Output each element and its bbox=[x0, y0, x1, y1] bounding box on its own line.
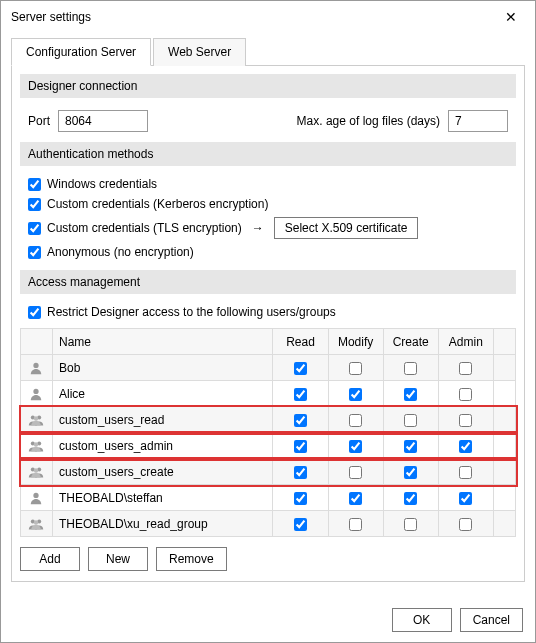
add-button[interactable]: Add bbox=[20, 547, 80, 571]
maxage-input[interactable] bbox=[448, 110, 508, 132]
row-admin-cell bbox=[438, 459, 493, 485]
svg-point-10 bbox=[34, 468, 38, 472]
row-admin-checkbox[interactable] bbox=[459, 518, 472, 531]
section-designer-connection: Designer connection bbox=[20, 74, 516, 98]
row-modify-checkbox[interactable] bbox=[349, 414, 362, 427]
row-create-cell bbox=[383, 381, 438, 407]
row-create-checkbox[interactable] bbox=[404, 414, 417, 427]
tabstrip: Configuration Server Web Server bbox=[11, 37, 525, 66]
row-admin-cell bbox=[438, 433, 493, 459]
row-name: THEOBALD\steffan bbox=[52, 485, 272, 511]
row-modify-cell bbox=[328, 511, 383, 537]
restrict-checkbox[interactable] bbox=[28, 306, 41, 319]
row-read-checkbox[interactable] bbox=[294, 440, 307, 453]
select-certificate-button[interactable]: Select X.509 certificate bbox=[274, 217, 419, 239]
table-row[interactable]: THEOBALD\steffan bbox=[21, 485, 516, 511]
row-create-cell bbox=[383, 459, 438, 485]
restrict-label: Restrict Designer access to the followin… bbox=[47, 305, 336, 319]
row-create-checkbox[interactable] bbox=[404, 440, 417, 453]
svg-point-0 bbox=[34, 362, 39, 367]
row-modify-cell bbox=[328, 433, 383, 459]
row-read-cell bbox=[273, 459, 328, 485]
row-name: custom_users_create bbox=[52, 459, 272, 485]
row-create-cell bbox=[383, 355, 438, 381]
row-create-cell bbox=[383, 407, 438, 433]
table-row[interactable]: custom_users_admin bbox=[21, 433, 516, 459]
svg-point-4 bbox=[34, 416, 38, 420]
access-table: Name Read Modify Create Admin BobAlicecu… bbox=[20, 328, 516, 537]
row-create-checkbox[interactable] bbox=[404, 362, 417, 375]
row-modify-checkbox[interactable] bbox=[349, 492, 362, 505]
table-row[interactable]: custom_users_create bbox=[21, 459, 516, 485]
col-stub bbox=[493, 329, 515, 355]
tab-web-server[interactable]: Web Server bbox=[153, 38, 246, 66]
auth-tls-label: Custom credentials (TLS encryption) bbox=[47, 221, 242, 235]
configuration-panel: Designer connection Port Max. age of log… bbox=[11, 66, 525, 582]
table-row[interactable]: Bob bbox=[21, 355, 516, 381]
auth-windows-checkbox[interactable] bbox=[28, 178, 41, 191]
remove-button[interactable]: Remove bbox=[156, 547, 227, 571]
table-row[interactable]: custom_users_read bbox=[21, 407, 516, 433]
row-name: custom_users_read bbox=[52, 407, 272, 433]
auth-anonymous-checkbox[interactable] bbox=[28, 246, 41, 259]
row-read-checkbox[interactable] bbox=[294, 492, 307, 505]
row-modify-cell bbox=[328, 381, 383, 407]
dialog-footer: OK Cancel bbox=[392, 608, 523, 632]
auth-kerberos-checkbox[interactable] bbox=[28, 198, 41, 211]
row-modify-cell bbox=[328, 485, 383, 511]
row-admin-checkbox[interactable] bbox=[459, 388, 472, 401]
table-row[interactable]: THEOBALD\xu_read_group bbox=[21, 511, 516, 537]
row-modify-checkbox[interactable] bbox=[349, 440, 362, 453]
col-icon bbox=[21, 329, 53, 355]
new-button[interactable]: New bbox=[88, 547, 148, 571]
row-create-checkbox[interactable] bbox=[404, 466, 417, 479]
row-read-checkbox[interactable] bbox=[294, 388, 307, 401]
row-modify-cell bbox=[328, 407, 383, 433]
col-modify: Modify bbox=[328, 329, 383, 355]
group-icon bbox=[21, 459, 53, 485]
designer-connection-fields: Port Max. age of log files (days) bbox=[20, 106, 516, 142]
auth-windows-row: Windows credentials bbox=[20, 174, 516, 194]
row-read-checkbox[interactable] bbox=[294, 362, 307, 375]
svg-point-11 bbox=[34, 492, 39, 497]
row-read-cell bbox=[273, 407, 328, 433]
auth-tls-checkbox[interactable] bbox=[28, 222, 41, 235]
row-modify-checkbox[interactable] bbox=[349, 362, 362, 375]
row-admin-checkbox[interactable] bbox=[459, 414, 472, 427]
group-icon bbox=[21, 511, 53, 537]
row-admin-checkbox[interactable] bbox=[459, 362, 472, 375]
auth-tls-row: Custom credentials (TLS encryption) → Se… bbox=[20, 214, 516, 242]
row-create-checkbox[interactable] bbox=[404, 492, 417, 505]
row-stub bbox=[493, 511, 515, 537]
port-input[interactable] bbox=[58, 110, 148, 132]
col-name: Name bbox=[52, 329, 272, 355]
ok-button[interactable]: OK bbox=[392, 608, 452, 632]
table-header-row: Name Read Modify Create Admin bbox=[21, 329, 516, 355]
row-modify-checkbox[interactable] bbox=[349, 518, 362, 531]
row-read-cell bbox=[273, 511, 328, 537]
close-button[interactable]: ✕ bbox=[497, 7, 525, 27]
row-read-checkbox[interactable] bbox=[294, 518, 307, 531]
row-create-cell bbox=[383, 511, 438, 537]
row-create-cell bbox=[383, 433, 438, 459]
row-admin-checkbox[interactable] bbox=[459, 466, 472, 479]
tab-configuration-server[interactable]: Configuration Server bbox=[11, 38, 151, 66]
close-icon: ✕ bbox=[505, 9, 517, 25]
col-create: Create bbox=[383, 329, 438, 355]
row-modify-cell bbox=[328, 459, 383, 485]
table-row[interactable]: Alice bbox=[21, 381, 516, 407]
row-read-checkbox[interactable] bbox=[294, 414, 307, 427]
row-admin-checkbox[interactable] bbox=[459, 492, 472, 505]
row-create-checkbox[interactable] bbox=[404, 388, 417, 401]
auth-kerberos-label: Custom credentials (Kerberos encryption) bbox=[47, 197, 268, 211]
row-stub bbox=[493, 459, 515, 485]
row-create-checkbox[interactable] bbox=[404, 518, 417, 531]
row-modify-checkbox[interactable] bbox=[349, 388, 362, 401]
row-modify-checkbox[interactable] bbox=[349, 466, 362, 479]
auth-windows-label: Windows credentials bbox=[47, 177, 157, 191]
row-stub bbox=[493, 355, 515, 381]
cancel-button[interactable]: Cancel bbox=[460, 608, 523, 632]
row-read-checkbox[interactable] bbox=[294, 466, 307, 479]
row-read-cell bbox=[273, 485, 328, 511]
row-admin-checkbox[interactable] bbox=[459, 440, 472, 453]
